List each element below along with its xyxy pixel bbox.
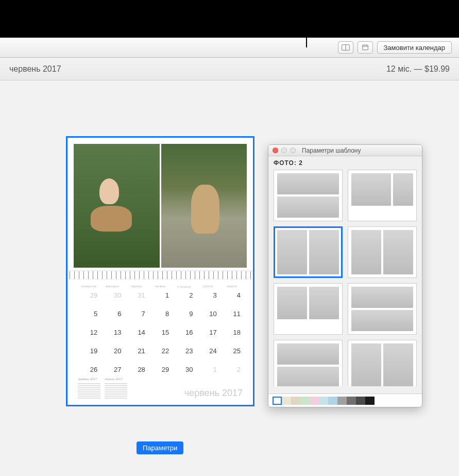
day-cell[interactable]: 30 [100, 289, 124, 308]
layout-option[interactable] [274, 283, 343, 335]
day-cell[interactable]: 18 [220, 326, 244, 345]
weekday-label: вівторок [100, 285, 124, 288]
day-cell[interactable]: 9 [172, 308, 196, 326]
weekday-label: пʼятниця [172, 285, 196, 288]
duration-price: 12 міс. — $19.99 [386, 64, 450, 74]
weekday-label: неділя [220, 285, 244, 288]
layout-option[interactable] [348, 283, 417, 335]
calendar-grid: понеділоквівтороксередачетверпʼятницясуб… [67, 280, 253, 405]
zoom-icon [290, 147, 296, 153]
calendar-page-icon [361, 44, 369, 51]
month-footer-label: червень 2017 [184, 388, 243, 399]
day-cell[interactable]: 2 [220, 364, 244, 382]
day-cell[interactable]: 31 [125, 289, 148, 308]
order-calendar-button[interactable]: Замовити календар [377, 41, 452, 54]
weekday-label: середа [125, 285, 148, 288]
day-cell[interactable]: 23 [172, 345, 196, 364]
calendar-page-preview[interactable]: понеділоквівтороксередачетверпʼятницясуб… [66, 136, 254, 406]
layout-options-popover: Параметри шаблону ФОТО: 2 [268, 144, 422, 407]
day-cell[interactable]: 22 [148, 345, 172, 364]
day-cell[interactable]: 7 [125, 308, 148, 326]
weekday-label: субота [196, 285, 219, 288]
layout-option[interactable] [348, 170, 417, 221]
photo-slot-2[interactable] [161, 144, 247, 268]
toolbar: Замовити календар [0, 38, 459, 58]
photo-area [67, 138, 253, 270]
color-swatch[interactable] [328, 397, 337, 405]
mini-months [78, 382, 127, 399]
color-swatch[interactable] [356, 397, 365, 405]
svg-rect-2 [362, 45, 368, 50]
day-cell[interactable]: 5 [77, 308, 100, 326]
layout-option[interactable] [274, 340, 343, 386]
day-cell[interactable]: 21 [125, 345, 148, 364]
spiral-binding [67, 270, 253, 280]
popover-title-text: Параметри шаблону [302, 147, 361, 154]
day-cell[interactable]: 6 [100, 308, 124, 326]
color-swatch[interactable] [319, 397, 328, 405]
workspace: понеділоквівтороксередачетверпʼятницясуб… [0, 80, 459, 476]
color-swatch[interactable] [347, 397, 356, 405]
weekday-label: четвер [148, 285, 172, 288]
day-cell[interactable]: 16 [172, 326, 196, 345]
day-cell[interactable]: 24 [196, 345, 219, 364]
color-swatch[interactable] [310, 397, 319, 405]
day-cell[interactable]: 13 [100, 326, 124, 345]
day-cell[interactable]: 1 [196, 364, 219, 382]
params-button[interactable]: Параметри [137, 441, 183, 454]
mini-month-prev [78, 382, 100, 399]
day-cell[interactable]: 10 [196, 308, 219, 326]
day-cell[interactable]: 11 [220, 308, 244, 326]
day-cell[interactable]: 29 [77, 289, 100, 308]
month-title: червень 2017 [9, 64, 61, 74]
spread-icon [342, 44, 350, 51]
day-cell[interactable]: 12 [77, 326, 100, 345]
window-controls [273, 147, 296, 153]
day-cell[interactable]: 15 [148, 326, 172, 345]
day-cell[interactable]: 30 [172, 364, 196, 382]
callout-line [306, 6, 307, 47]
day-cell[interactable]: 8 [148, 308, 172, 326]
mini-month-next [105, 382, 127, 399]
layout-grid [268, 170, 422, 386]
day-cell[interactable]: 3 [196, 289, 219, 308]
help-callout-area [0, 0, 459, 38]
close-icon[interactable] [273, 147, 278, 153]
day-cell[interactable]: 4 [220, 289, 244, 308]
day-cell[interactable]: 19 [77, 345, 100, 364]
photo-slot-1[interactable] [74, 144, 160, 268]
color-swatch[interactable] [273, 397, 282, 405]
color-swatch[interactable] [365, 397, 375, 405]
info-bar: червень 2017 12 міс. — $19.99 [0, 58, 459, 80]
weekday-label: понеділок [77, 285, 100, 288]
layout-option[interactable] [274, 226, 343, 278]
single-page-button[interactable] [358, 41, 373, 54]
day-cell[interactable]: 2 [172, 289, 196, 308]
minimize-icon [281, 147, 287, 153]
day-cell[interactable]: 1 [148, 289, 172, 308]
color-swatch[interactable] [291, 397, 300, 405]
day-cell[interactable]: 20 [100, 345, 124, 364]
color-swatch[interactable] [300, 397, 310, 405]
popover-titlebar: Параметри шаблону [268, 145, 422, 156]
photo-count-label: ФОТО: 2 [268, 156, 422, 170]
layout-option[interactable] [348, 340, 417, 386]
day-cell[interactable]: 29 [148, 364, 172, 382]
day-cell[interactable]: 14 [125, 326, 148, 345]
day-cell[interactable]: 28 [125, 364, 148, 382]
layout-option[interactable] [274, 170, 343, 221]
color-swatch[interactable] [337, 397, 347, 405]
day-cell[interactable]: 25 [220, 345, 244, 364]
day-cell[interactable]: 17 [196, 326, 219, 345]
color-swatch[interactable] [282, 397, 291, 405]
layout-option[interactable] [348, 226, 417, 278]
spread-view-button[interactable] [338, 41, 353, 54]
color-swatch-row [268, 393, 422, 407]
